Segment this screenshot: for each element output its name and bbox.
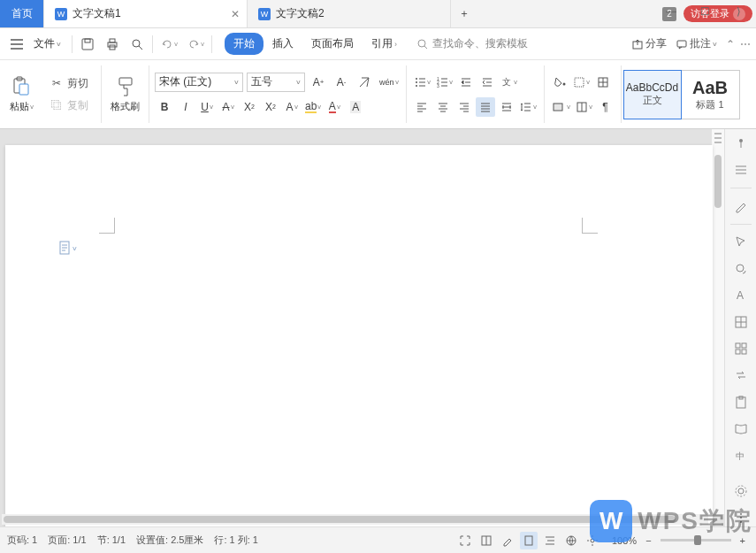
marker-icon[interactable]	[730, 134, 752, 152]
maximize-button[interactable]: ☐	[692, 0, 717, 24]
page-view-button[interactable]	[520, 532, 538, 549]
save-button[interactable]	[78, 35, 97, 54]
align-right-button[interactable]	[454, 97, 474, 117]
shapes-icon[interactable]	[730, 340, 752, 357]
font-name-combo[interactable]: 宋体 (正文)ⅴ	[155, 73, 243, 92]
more-menu-icon[interactable]: ⋯	[740, 38, 751, 50]
font-color-button[interactable]: Aⅴ	[325, 97, 344, 117]
status-page-of[interactable]: 页面: 1/1	[48, 534, 86, 547]
horizontal-scrollbar[interactable]	[2, 514, 708, 525]
borders-button[interactable]: ⅴ	[571, 73, 592, 92]
proof-view-button[interactable]	[584, 532, 601, 549]
char-shading-button[interactable]: A	[346, 97, 365, 117]
translate-icon[interactable]: 中	[730, 447, 752, 465]
reading-view-button[interactable]	[477, 532, 495, 549]
comment-button[interactable]: 批注 ⅴ	[676, 36, 717, 51]
file-menu[interactable]: 文件 ⅴ	[28, 33, 66, 55]
clipboard-icon[interactable]	[730, 394, 752, 411]
shading-button[interactable]	[550, 73, 569, 92]
fullscreen-view-button[interactable]	[456, 532, 474, 549]
search-sb-icon[interactable]	[730, 260, 752, 278]
status-line-col[interactable]: 行: 1 列: 1	[214, 534, 258, 547]
svg-rect-33	[742, 349, 746, 354]
change-case-button[interactable]: Aⅴ	[282, 97, 302, 117]
cut-button[interactable]: ✂剪切	[48, 74, 90, 93]
collapse-ribbon-icon[interactable]: ⌃	[726, 38, 735, 50]
distribute-button[interactable]	[497, 97, 516, 117]
underline-button[interactable]: Uⅴ	[197, 97, 217, 117]
page-options-handle[interactable]: ⅴ	[58, 241, 77, 255]
decrease-indent-button[interactable]	[456, 73, 476, 92]
strikethrough-button[interactable]: Aⅴ	[218, 97, 238, 117]
tab-layout[interactable]: 页面布局	[302, 33, 363, 55]
add-tab-button[interactable]: ＋	[451, 0, 477, 27]
document-tab-1[interactable]: W 文字文稿1 ✕	[44, 0, 248, 27]
tab-references[interactable]: 引用 ›	[363, 33, 406, 55]
share-button[interactable]: 分享	[631, 36, 667, 51]
more-sb-icon[interactable]: ⋮	[730, 509, 752, 526]
layers-icon[interactable]	[730, 161, 752, 179]
paste-button[interactable]: 粘贴ⅴ	[5, 73, 37, 115]
numbering-button[interactable]: 123ⅴ	[434, 73, 454, 92]
status-section[interactable]: 节: 1/1	[97, 534, 126, 547]
superscript-button[interactable]: X2	[240, 97, 259, 117]
copy-button[interactable]: ⿻复制	[48, 96, 90, 115]
tab-start[interactable]: 开始	[225, 33, 263, 55]
line-spacing-button[interactable]: ⅴ	[518, 97, 538, 117]
tab-insert[interactable]: 插入	[263, 33, 302, 55]
style-heading1[interactable]: AaB 标题 1	[682, 70, 740, 119]
format-painter-button[interactable]: 格式刷	[107, 73, 143, 115]
home-tab[interactable]: 首页	[0, 0, 44, 27]
page[interactable]: ⅴ	[5, 145, 713, 526]
vertical-ruler[interactable]	[712, 129, 724, 514]
zoom-in-button[interactable]: +	[737, 535, 749, 546]
settings-icon[interactable]	[730, 482, 752, 500]
zoom-out-button[interactable]: −	[642, 535, 654, 546]
chevron-down-icon: ⅴ	[73, 244, 77, 252]
zoom-value[interactable]: 100%	[612, 535, 637, 546]
increase-font-button[interactable]: A+	[309, 73, 328, 92]
minimize-button[interactable]: —	[659, 0, 683, 24]
align-center-button[interactable]	[433, 97, 453, 117]
align-justify-button[interactable]	[476, 97, 495, 117]
decrease-font-button[interactable]: A-	[332, 73, 351, 92]
close-tab-icon[interactable]: ✕	[231, 8, 240, 20]
text-icon[interactable]: A	[730, 287, 752, 304]
web-view-button[interactable]	[562, 532, 580, 549]
show-marks-button[interactable]: ¶	[596, 97, 615, 117]
text-direction-button[interactable]: 文ⅴ	[499, 73, 519, 92]
margin-mark-tr	[582, 218, 598, 234]
align-left-button[interactable]	[412, 97, 431, 117]
extra-button[interactable]: ⟩	[726, 0, 751, 24]
undo-button[interactable]: ⅴ	[158, 35, 179, 53]
status-position[interactable]: 设置值: 2.5厘米	[136, 534, 203, 547]
pinyin-button[interactable]: wénⅴ	[378, 73, 401, 92]
pen-icon[interactable]	[730, 197, 752, 215]
style-body[interactable]: AaBbCcDd 正文	[623, 70, 682, 119]
write-view-button[interactable]	[499, 532, 516, 549]
bold-button[interactable]: B	[155, 97, 174, 117]
replace-icon[interactable]	[730, 366, 752, 384]
status-page-num[interactable]: 页码: 1	[7, 534, 37, 547]
para-shading-button[interactable]: ⅴ	[550, 97, 572, 117]
borders2-button[interactable]: ⅴ	[574, 97, 594, 117]
outline-view-button[interactable]	[541, 532, 559, 549]
increase-indent-button[interactable]	[477, 73, 497, 92]
italic-button[interactable]: I	[176, 97, 195, 117]
grid-icon[interactable]	[730, 313, 752, 331]
reading-icon[interactable]	[730, 420, 752, 438]
hamburger-menu[interactable]	[5, 35, 28, 53]
bullets-button[interactable]: ⅴ	[412, 73, 432, 92]
font-size-combo[interactable]: 五号ⅴ	[247, 73, 305, 92]
table-button[interactable]	[593, 73, 613, 92]
select-icon[interactable]	[730, 234, 752, 251]
print-button[interactable]	[103, 35, 122, 54]
print-preview-button[interactable]	[127, 35, 147, 54]
zoom-slider[interactable]	[661, 539, 731, 541]
document-tab-2[interactable]: W 文字文稿2	[248, 0, 451, 27]
subscript-button[interactable]: X2	[261, 97, 280, 117]
clear-format-button[interactable]	[355, 73, 374, 92]
command-search[interactable]: 查找命令、搜索模板	[416, 36, 528, 51]
highlight-button[interactable]: abⅴ	[303, 97, 323, 117]
redo-button[interactable]: ⅴ	[185, 35, 206, 53]
